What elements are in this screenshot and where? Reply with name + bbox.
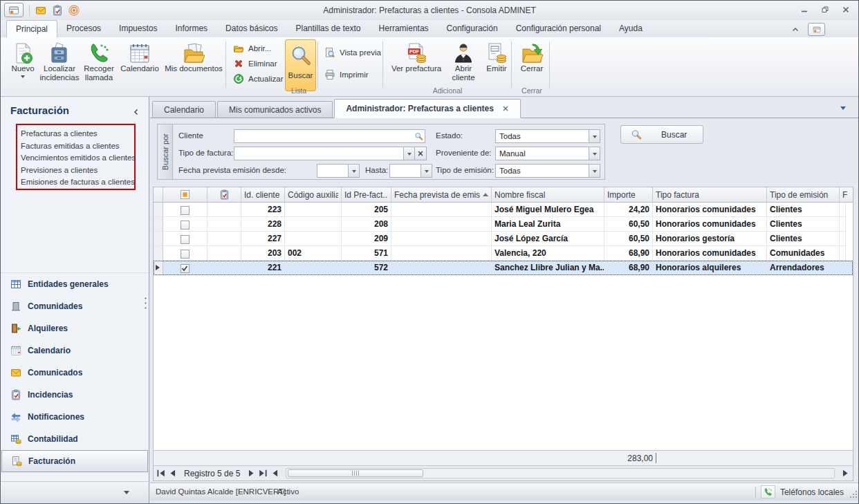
nav-item[interactable]: Alquileres: [1, 317, 149, 339]
nav-item[interactable]: Facturación: [1, 450, 148, 472]
proveniente-select[interactable]: Manual: [495, 147, 600, 160]
dropdown-button[interactable]: [403, 147, 414, 160]
sidebar-link[interactable]: Facturas emitidas a clientes: [21, 140, 134, 153]
buscar-filter-button[interactable]: Buscar: [620, 125, 703, 144]
ribbon-button[interactable]: Imprimir: [322, 68, 384, 81]
column-header[interactable]: Id Pre-fact...: [342, 187, 391, 203]
tipo-factura-combo[interactable]: [234, 147, 415, 160]
column-header[interactable]: [154, 187, 163, 203]
ribbon-button[interactable]: Actualizar: [230, 73, 286, 85]
scroll-left-button[interactable]: [270, 469, 279, 478]
document-tab[interactable]: Mis comunicados activos: [217, 101, 333, 118]
cliente-input[interactable]: [234, 130, 414, 142]
nav-item[interactable]: Notificaciones: [1, 406, 149, 428]
ribbon-button[interactable]: Vista previa: [322, 46, 384, 59]
dropdown-button[interactable]: [348, 165, 359, 177]
tab-list-dropdown-icon[interactable]: [840, 106, 846, 113]
nav-item[interactable]: Calendario: [1, 339, 149, 362]
fecha-desde-picker[interactable]: [317, 164, 360, 178]
column-header[interactable]: [163, 187, 207, 203]
ribbon-button[interactable]: Emitir: [482, 39, 511, 89]
sidebar-link[interactable]: Prefacturas a clientes: [21, 128, 134, 140]
column-header[interactable]: Id. cliente: [241, 187, 285, 203]
row-checkbox[interactable]: [181, 264, 190, 273]
minimize-button[interactable]: [800, 6, 809, 14]
grid-row[interactable]: 228208Maria Leal Zurita60,50Honorarios c…: [154, 217, 853, 232]
row-checkbox[interactable]: [181, 221, 190, 230]
clear-filter-button[interactable]: [414, 147, 427, 160]
menu-tab[interactable]: Informes: [166, 20, 216, 37]
buscar-ribbon-button[interactable]: Buscar: [285, 39, 316, 91]
row-checkbox[interactable]: [181, 206, 190, 215]
grid-row[interactable]: 227209José López García60,50Honorarios g…: [154, 232, 853, 246]
column-header[interactable]: Fecha prevista de emisi...: [391, 187, 492, 203]
ribbon-button[interactable]: Abrir...: [230, 42, 286, 55]
row-checkbox[interactable]: [181, 250, 190, 259]
nav-item[interactable]: Comunicados: [1, 362, 149, 384]
document-tab[interactable]: Calendario: [152, 101, 216, 118]
ribbon-button[interactable]: Recoger llamada: [81, 39, 117, 89]
close-tab-icon[interactable]: [502, 105, 509, 112]
local-phones-button[interactable]: [761, 485, 775, 498]
restore-button[interactable]: [821, 6, 829, 14]
close-button[interactable]: [842, 6, 850, 14]
ribbon-button[interactable]: Cerrar: [515, 39, 548, 89]
column-header[interactable]: Tipo factura: [653, 187, 767, 203]
menu-tab[interactable]: Impuestos: [110, 20, 166, 37]
first-record-button[interactable]: [156, 469, 165, 478]
menu-tab[interactable]: Principal: [6, 20, 57, 37]
grid-row[interactable]: 223205José Miguel Mulero Egea24,20Honora…: [154, 203, 853, 217]
menu-tab[interactable]: Datos básicos: [216, 20, 286, 37]
ribbon-button[interactable]: Eliminar: [230, 57, 286, 70]
incidents-icon[interactable]: [52, 5, 63, 16]
row-checkbox[interactable]: [181, 235, 190, 244]
sidebar-link[interactable]: Emisiones de facturas a clientes: [21, 176, 134, 189]
menu-tab[interactable]: Plantillas de texto: [286, 20, 369, 37]
ribbon-button[interactable]: Localizar incidencias: [40, 39, 79, 89]
grid-row[interactable]: 203002571Valencia, 22068,90Honorarios co…: [154, 246, 853, 261]
buscar-por-tab[interactable]: Buscar por: [158, 124, 173, 179]
estado-select[interactable]: Todas: [495, 129, 600, 143]
last-record-button[interactable]: [259, 469, 268, 478]
ribbon-button[interactable]: Mis documentos: [163, 39, 225, 89]
ribbon-button[interactable]: Abrir cliente: [447, 39, 480, 89]
resize-grip[interactable]: [850, 491, 851, 492]
scrollbar-thumb[interactable]: [288, 469, 423, 477]
ribbon-button[interactable]: Nuevo: [8, 39, 38, 89]
dropdown-button[interactable]: [589, 165, 600, 177]
scroll-right-button[interactable]: [841, 469, 850, 478]
sidebar-link[interactable]: Previsiones a clientes: [21, 165, 134, 177]
app-menu-button[interactable]: [4, 3, 24, 17]
dropdown-button[interactable]: [589, 147, 600, 160]
next-record-button[interactable]: [247, 469, 256, 478]
collapse-ribbon-button[interactable]: [791, 26, 800, 34]
column-header[interactable]: F: [840, 187, 853, 203]
mail-icon[interactable]: [35, 5, 46, 16]
nav-item[interactable]: Contabilidad: [1, 428, 149, 450]
menu-tab[interactable]: Procesos: [57, 20, 110, 37]
column-header[interactable]: [207, 187, 241, 203]
tipo-emision-select[interactable]: Todas: [495, 164, 600, 178]
grid-row[interactable]: 221572Sanchez Llibre Julian y Ma...68,90…: [154, 261, 853, 275]
menu-tab[interactable]: Configuración: [438, 20, 507, 37]
sidebar-link[interactable]: Vencimientos emitidos a clientes: [21, 152, 134, 165]
dropdown-button[interactable]: [421, 165, 432, 177]
broadcast-icon[interactable]: [68, 5, 80, 16]
horizontal-scrollbar[interactable]: [286, 468, 835, 478]
dropdown-button[interactable]: [589, 130, 600, 142]
search-icon[interactable]: [414, 132, 423, 141]
menu-tab[interactable]: Configuración personal: [507, 20, 610, 37]
nav-item[interactable]: Comunidades: [1, 295, 149, 317]
column-header[interactable]: Tipo de emisión: [767, 187, 840, 203]
menu-tab[interactable]: Herramientas: [370, 20, 438, 37]
column-header[interactable]: Nombre fiscal: [492, 187, 604, 203]
collapse-sidebar-button[interactable]: [132, 108, 140, 116]
nav-item[interactable]: Incidencias: [1, 384, 149, 406]
menu-tab[interactable]: Ayuda: [610, 20, 652, 37]
column-header[interactable]: Importe: [604, 187, 653, 203]
document-tab[interactable]: Administrador: Prefacturas a clientes: [334, 99, 520, 118]
ribbon-button[interactable]: Calendario: [119, 39, 160, 89]
console-button[interactable]: [808, 23, 825, 36]
previous-record-button[interactable]: [168, 469, 177, 478]
column-header[interactable]: Código auxiliar: [285, 187, 342, 203]
